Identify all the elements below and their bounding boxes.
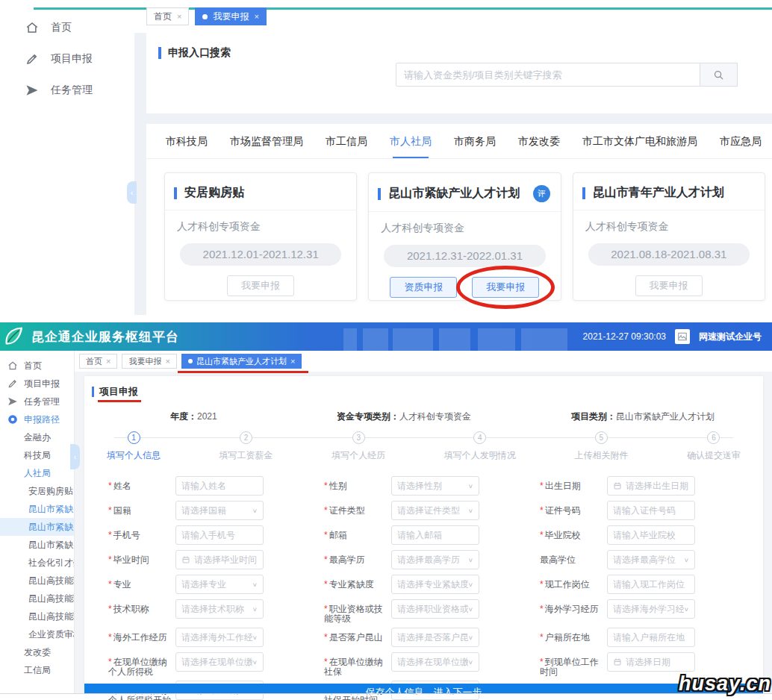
select-职业资格或技能等级[interactable]: 请选择职业资格或技能等级∨ [391, 599, 479, 619]
form-field: *技术职称请选择技术职称∨ [108, 599, 318, 624]
select-证件类型[interactable]: 请选择证件类型∨ [391, 501, 479, 520]
text-input-现工作岗位[interactable] [607, 575, 695, 594]
account-name[interactable]: 网速测试企业号 [699, 331, 762, 343]
field-label: *出生日期 [540, 476, 607, 491]
project-card: 昆山市青年产业人才计划人才科创专项资金2021.08.18-2021.08.31… [573, 172, 765, 301]
sidebar-item-昆山高技能职[interactable]: 昆山高技能职 [0, 590, 74, 607]
select-最高学位[interactable]: 请选择最高学位∨ [607, 550, 695, 569]
sidebar-item-工信局[interactable]: 工信局 [0, 661, 74, 679]
sidebar-item-昆山高技能职[interactable]: 昆山高技能职 [0, 607, 74, 625]
sidebar-item-人社局[interactable]: 人社局 [0, 464, 74, 482]
save-next-button[interactable]: 保存个人信息，进入下一步 [84, 684, 763, 693]
field-label-text: 出生日期 [545, 481, 581, 491]
sidebar-item-昆山市紧缺[interactable]: 昆山市紧缺 [0, 536, 74, 554]
tab-我要申报[interactable]: 我要申报× [195, 7, 266, 25]
apply-button[interactable]: 我要申报 [472, 277, 539, 298]
select-是否落户昆山[interactable]: 请选择是否落户昆山∨ [391, 628, 479, 647]
date-picker-出生日期[interactable]: 请选择出生日期 [607, 476, 695, 496]
select-在现单位缴纳个人所得税[interactable]: 请选择在现单位缴纳个人所得∨ [175, 652, 264, 672]
sidebar-item-安居购房贴[interactable]: 安居购房贴 [0, 482, 74, 500]
bureau-tab-bar: 市科技局市场监督管理局市工信局市人社局市商务局市发改委市工市文体广电和旅游局市应… [146, 124, 772, 159]
text-input-姓名[interactable] [175, 476, 264, 496]
chevron-down-icon: ∨ [468, 557, 473, 563]
text-input-证件号码[interactable] [607, 501, 695, 520]
sidebar-item-首页[interactable]: 首页 [0, 357, 74, 375]
sidebar-item-社会化引才奖[interactable]: 社会化引才奖 [0, 554, 74, 572]
bureau-tab-市应急局[interactable]: 市应急局 [720, 135, 762, 158]
step-number: 5 [595, 431, 608, 444]
close-icon[interactable]: × [290, 357, 295, 366]
required-asterisk: * [108, 657, 112, 667]
sidebar-item-昆山市紧缺[interactable]: 昆山市紧缺 [0, 518, 74, 536]
apply-button[interactable]: 我要申报 [227, 275, 294, 296]
field-label-text: 专业 [113, 579, 131, 590]
bureau-tab-市商务局[interactable]: 市商务局 [454, 135, 496, 158]
sidebar-item-首页[interactable]: 首页 [0, 12, 134, 43]
text-input-手机号[interactable] [175, 525, 264, 545]
date-picker-毕业时间[interactable]: 请选择毕业时间 [175, 550, 264, 569]
search-panel-title-text: 申报入口搜索 [168, 46, 231, 60]
bureau-tab-市发改委[interactable]: 市发改委 [518, 135, 560, 158]
qualification-apply-button[interactable]: 资质申报 [390, 277, 457, 298]
text-input-毕业院校[interactable] [607, 525, 695, 545]
bureau-tab-市科技局[interactable]: 市科技局 [166, 135, 208, 158]
sidebar-item-昆山高技能职[interactable]: 昆山高技能职 [0, 572, 74, 590]
search-input[interactable] [396, 63, 700, 87]
sidebar-item-昆山市紧缺[interactable]: 昆山市紧缺 [0, 500, 74, 518]
text-input-户籍所在地[interactable] [607, 628, 695, 647]
date-picker-到现单位工作时间[interactable]: 请选择日期 [607, 652, 695, 672]
select-性别[interactable]: 请选择性别∨ [391, 476, 479, 496]
select-国籍[interactable]: 请选择国籍∨ [175, 501, 264, 520]
card-category: 人才科创专项资金 [165, 210, 356, 234]
bureau-tab-市场监督管理局[interactable]: 市场监督管理局 [230, 135, 303, 158]
sidebar-bottom: 首页项目申报任务管理申报路径金融办科技局人社局安居购房贴昆山市紧缺昆山市紧缺昆山… [0, 351, 75, 693]
sidebar-item-申报路径[interactable]: 申报路径 [0, 410, 74, 428]
select-专业[interactable]: 请选择专业∨ [175, 575, 264, 594]
field-label: *毕业院校 [540, 525, 607, 540]
collapse-handle-icon[interactable]: ‹ [70, 444, 80, 469]
bureau-tab-市工市文体广电和旅游局[interactable]: 市工市文体广电和旅游局 [582, 135, 697, 158]
sidebar-item-企业资质审核[interactable]: 企业资质审核 [0, 625, 74, 643]
select-海外学习经历[interactable]: 请选择海外学习经历∨ [607, 599, 695, 619]
sidebar-item-项目申报[interactable]: 项目申报 [0, 375, 74, 393]
select-在现单位缴纳社保[interactable]: 请选择在现单位缴纳社保∨ [391, 652, 479, 672]
sidebar-item-任务管理[interactable]: 任务管理 [0, 393, 74, 410]
sidebar-item-项目申报[interactable]: 项目申报 [0, 43, 134, 75]
tab-首页[interactable]: 首页× [79, 354, 117, 369]
header-right: 2021-12-27 09:30:03 网速测试企业号 [583, 329, 772, 344]
close-icon[interactable]: × [177, 12, 181, 21]
bureau-tab-市工信局[interactable]: 市工信局 [326, 135, 367, 158]
close-icon[interactable]: × [106, 357, 110, 366]
broken-image-icon [677, 331, 688, 342]
date-range-pill: 2021.08.18-2021.08.31 [588, 243, 750, 266]
form-field: *邮箱 [324, 525, 534, 546]
sidebar-item-科技局[interactable]: 科技局 [0, 446, 74, 464]
bureau-tab-市人社局[interactable]: 市人社局 [390, 135, 432, 158]
sidebar-item-发改委[interactable]: 发改委 [0, 643, 74, 661]
text-input-邮箱[interactable] [391, 525, 479, 545]
tab-首页[interactable]: 首页× [146, 7, 189, 25]
step-1: 1填写个人信息 [107, 431, 161, 462]
close-icon[interactable]: × [254, 12, 258, 21]
collapse-handle-icon[interactable]: ‹ [127, 181, 137, 204]
apply-button[interactable]: 我要申报 [635, 275, 703, 296]
sidebar-item-label: 任务管理 [51, 84, 93, 97]
meta-fund-category: 资金专项类别：人才科创专项资金 [337, 410, 471, 423]
search-button[interactable] [700, 63, 738, 87]
tab-我要申报[interactable]: 我要申报× [122, 354, 176, 369]
sidebar-item-label: 昆山市紧缺 [28, 503, 73, 516]
select-专业紧缺度[interactable]: 请选择专业紧缺度∨ [391, 575, 479, 594]
sidebar-item-任务管理[interactable]: 任务管理 [0, 75, 134, 106]
step-5: 5上传相关附件 [574, 431, 628, 462]
select-最高学历[interactable]: 请选择最高学历∨ [391, 550, 479, 569]
required-asterisk: * [324, 579, 328, 590]
send-icon [25, 84, 39, 97]
tab-昆山市紧缺产业人才计划[interactable]: 昆山市紧缺产业人才计划× [181, 354, 302, 369]
sidebar-item-label: 首页 [24, 360, 42, 372]
project-card: 昆山市紧缺产业人才计划评人才科创专项资金2021.12.31-2022.01.3… [368, 172, 561, 301]
sidebar-item-金融办[interactable]: 金融办 [0, 428, 74, 446]
select-技术职称[interactable]: 请选择技术职称∨ [175, 599, 264, 619]
close-icon[interactable]: × [165, 357, 169, 366]
select-海外工作经历[interactable]: 请选择海外工作经历∨ [175, 628, 264, 647]
top-accent-line [34, 7, 772, 10]
